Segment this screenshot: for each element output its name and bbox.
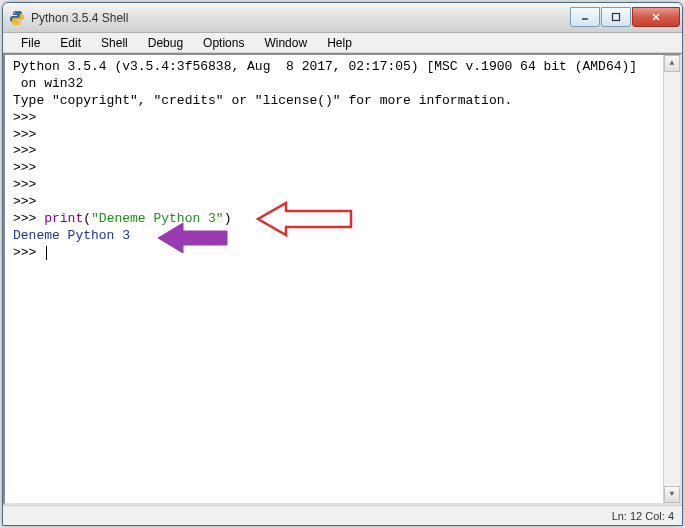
cursor-position: Ln: 12 Col: 4: [612, 510, 674, 522]
banner-line: on win32: [13, 76, 672, 93]
scroll-down-button[interactable]: ▼: [664, 486, 680, 503]
paren-open: (: [83, 211, 91, 226]
string-literal: "Deneme Python 3": [91, 211, 224, 226]
svg-rect-3: [613, 13, 620, 20]
input-line: >>> print("Deneme Python 3"): [13, 211, 672, 228]
prompt: >>>: [13, 245, 44, 262]
banner-line: Python 3.5.4 (v3.5.4:3f56838, Aug 8 2017…: [13, 59, 672, 76]
svg-point-0: [14, 12, 15, 13]
prompt: >>>: [13, 110, 44, 125]
prompt: >>>: [13, 143, 44, 158]
menubar: File Edit Shell Debug Options Window Hel…: [3, 33, 682, 53]
menu-help[interactable]: Help: [317, 34, 362, 52]
paren-close: ): [224, 211, 232, 226]
keyword-print: print: [44, 211, 83, 226]
svg-point-1: [19, 22, 20, 23]
minimize-button[interactable]: [570, 7, 600, 27]
maximize-button[interactable]: [601, 7, 631, 27]
prompt: >>>: [13, 211, 44, 226]
current-prompt-line: >>>: [13, 245, 672, 262]
prompt: >>>: [13, 160, 44, 175]
menu-window[interactable]: Window: [254, 34, 317, 52]
menu-debug[interactable]: Debug: [138, 34, 193, 52]
close-button[interactable]: [632, 7, 680, 27]
shell-content[interactable]: Python 3.5.4 (v3.5.4:3f56838, Aug 8 2017…: [3, 53, 682, 505]
menu-file[interactable]: File: [11, 34, 50, 52]
prompt: >>>: [13, 127, 44, 142]
titlebar[interactable]: Python 3.5.4 Shell: [3, 3, 682, 33]
python-shell-window: Python 3.5.4 Shell File Edit Shell Debug…: [2, 2, 683, 526]
banner-line: Type "copyright", "credits" or "license(…: [13, 93, 672, 110]
menu-shell[interactable]: Shell: [91, 34, 138, 52]
text-cursor: [46, 246, 47, 260]
menu-options[interactable]: Options: [193, 34, 254, 52]
window-title: Python 3.5.4 Shell: [31, 11, 569, 25]
menu-edit[interactable]: Edit: [50, 34, 91, 52]
output-line: Deneme Python 3: [13, 228, 672, 245]
window-controls: [569, 7, 680, 29]
prompt: >>>: [13, 194, 44, 209]
vertical-scrollbar[interactable]: ▲ ▼: [663, 55, 680, 503]
statusbar: Ln: 12 Col: 4: [3, 505, 682, 525]
python-icon: [9, 10, 25, 26]
prompt: >>>: [13, 177, 44, 192]
scroll-up-button[interactable]: ▲: [664, 55, 680, 72]
